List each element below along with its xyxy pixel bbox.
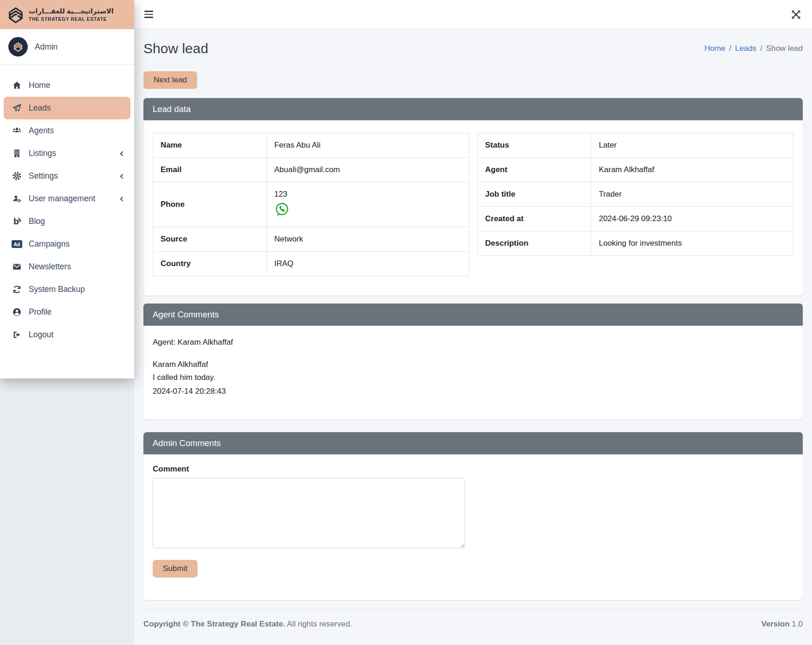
sidebar-item-listings[interactable]: Listings [4,142,130,165]
agent-comments-card: Agent Comments Agent: Karam Alkhaffaf Ka… [143,304,803,420]
comment-input[interactable] [153,478,465,548]
ad-icon: Ad [10,240,24,248]
sidebar-item-label: Campaigns [29,239,70,249]
sidebar-item-blog[interactable]: b Blog [4,210,130,233]
content-header: Show lead Home/Leads/Show lead [143,29,804,56]
user-name-link[interactable]: Admin [35,42,58,52]
sidebar-item-system-backup[interactable]: System Backup [4,278,130,301]
page-title: Show lead [143,41,208,56]
sync-icon [10,285,24,294]
fullscreen-icon[interactable] [790,9,802,20]
sidebar-item-label: Settings [29,171,58,181]
table-row: Created at 2024-06-29 09:23:10 [477,207,793,231]
menu-toggle-icon[interactable] [144,11,153,18]
sidebar-item-label: User management [29,194,95,204]
brand-title-english: THE STRATEGY REAL ESTATE [29,16,114,22]
content-area: Show lead Home/Leads/Show lead Next lead… [134,29,812,645]
comment-timestamp: 2024-07-14 20:28:43 [153,387,793,396]
topbar [134,0,812,29]
sidebar-item-label: System Backup [29,285,85,294]
building-icon [10,149,24,158]
blog-icon: b [10,217,24,226]
lead-details-table-left: Name Feras Abu Ali Email Abuali@gmail.co… [153,133,469,276]
home-icon [10,81,24,90]
comment-field-label: Comment [153,465,793,474]
footer: Copyright © The Strategy Real Estate. Al… [143,609,803,639]
chevron-left-icon [118,172,126,180]
comment-author: Karam Alkhaffaf [153,358,793,371]
table-row: Description Looking for investments [477,231,793,256]
agent-name-line: Agent: Karam Alkhaffaf [153,338,793,347]
copyright-text: Copyright © The Strategy Real Estate. Al… [143,620,352,629]
sidebar-item-label: Blog [29,217,45,226]
version-text: Version 1.0 [761,620,803,629]
whatsapp-icon[interactable] [274,202,290,217]
table-row: Email Abuali@gmail.com [153,158,469,182]
sidebar-item-settings[interactable]: Settings [4,165,130,187]
next-lead-button[interactable]: Next lead [143,71,197,89]
table-row: Agent Karam Alkhaffaf [477,158,793,182]
admin-comments-card-header: Admin Comments [143,432,803,454]
sidebar-item-label: Listings [29,149,56,158]
sidebar-nav: Home Leads Agents Listings Settings User… [0,65,134,346]
sign-out-icon [10,330,24,340]
user-gear-icon [10,194,24,204]
sidebar: الاستراتيجـــية للعقـــارات THE STRATEGY… [0,0,134,378]
sidebar-item-home[interactable]: Home [4,74,130,97]
brand-logo-icon [6,5,26,25]
sidebar-item-user-management[interactable]: User management [4,187,130,210]
users-icon [10,126,24,136]
sidebar-item-label: Home [29,81,50,90]
svg-text:b: b [13,217,19,226]
table-row: Status Later [477,133,793,158]
sidebar-item-profile[interactable]: Profile [4,301,130,323]
phone-value: 123 [274,190,461,199]
table-row: Phone 123 [153,182,469,227]
sidebar-item-newsletters[interactable]: Newsletters [4,255,130,278]
admin-comments-card: Admin Comments Comment Submit [143,432,803,600]
paper-plane-icon [10,103,24,113]
agent-comments-card-header: Agent Comments [143,304,803,326]
sidebar-item-label: Logout [29,330,54,340]
table-row: Country IRAQ [153,252,469,276]
envelope-icon [10,262,24,272]
brand-header[interactable]: الاستراتيجـــية للعقـــارات THE STRATEGY… [0,0,134,29]
breadcrumb-home-link[interactable]: Home [704,44,725,53]
user-panel: Admin [0,29,134,65]
table-row: Name Feras Abu Ali [153,133,469,158]
lead-data-card: Lead data Name Feras Abu Ali Email Abual… [143,98,803,296]
sidebar-item-label: Agents [29,126,54,136]
avatar [8,37,28,56]
table-row: Job title Trader [477,182,793,207]
comment-text: I called him today. [153,371,793,384]
user-circle-icon [10,307,24,317]
lead-details-table-right: Status Later Agent Karam Alkhaffaf Job t… [477,133,794,256]
lead-data-card-header: Lead data [143,98,803,120]
submit-button[interactable]: Submit [153,560,198,577]
breadcrumb: Home/Leads/Show lead [704,44,803,53]
sidebar-item-agents[interactable]: Agents [4,119,130,142]
gear-icon [10,171,24,181]
chevron-left-icon [118,195,126,203]
brand-title-arabic: الاستراتيجـــية للعقـــارات [29,7,114,15]
sidebar-item-label: Newsletters [29,262,71,272]
breadcrumb-current: Show lead [766,44,803,53]
chevron-left-icon [118,149,126,158]
sidebar-item-campaigns[interactable]: Ad Campaigns [4,233,130,255]
table-row: Source Network [153,227,469,252]
sidebar-item-label: Profile [29,307,52,317]
sidebar-item-label: Leads [29,103,51,113]
sidebar-item-leads[interactable]: Leads [4,97,130,119]
breadcrumb-leads-link[interactable]: Leads [735,44,756,53]
sidebar-item-logout[interactable]: Logout [4,323,130,346]
